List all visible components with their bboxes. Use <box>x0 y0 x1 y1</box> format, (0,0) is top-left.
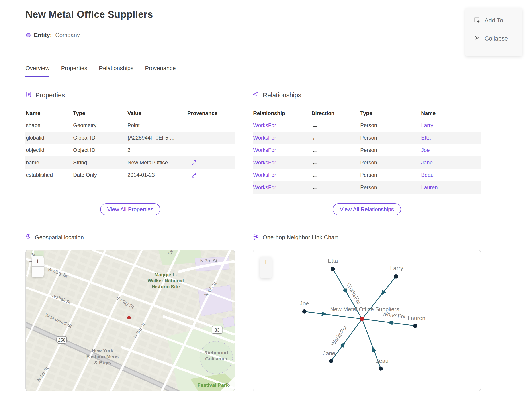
map-zoom-out-button[interactable]: − <box>32 267 44 277</box>
map-zoom-in-button[interactable]: + <box>32 256 44 266</box>
link-chart-canvas[interactable]: EttaWorksForLarryJoeLaurenWorksForJaneWo… <box>253 250 481 391</box>
collapse-icon <box>473 35 480 43</box>
provenance-flag-icon[interactable] <box>187 160 235 166</box>
geospatial-map[interactable]: k RdW Clay StSaarshall StW Marshall StE … <box>26 250 235 392</box>
relationship-type: Person <box>360 172 421 178</box>
svg-text:N 3rd St: N 3rd St <box>200 258 217 263</box>
svg-text:250: 250 <box>58 338 65 343</box>
relationship-link[interactable]: WorksFor <box>253 122 312 128</box>
actions-panel: Add To Collapse <box>466 8 522 56</box>
property-value: Point <box>127 122 187 128</box>
svg-text:WorksFor: WorksFor <box>346 282 363 305</box>
properties-icon <box>26 91 32 99</box>
entity-type-icon <box>26 33 31 37</box>
page-title: New Metal Office Suppliers <box>26 9 153 20</box>
relationship-type: Person <box>360 160 421 166</box>
add-to-button[interactable]: Add To <box>473 14 522 27</box>
property-type: Date Only <box>73 172 127 178</box>
chart-zoom-in-button[interactable]: + <box>260 256 272 267</box>
tab-overview[interactable]: Overview <box>26 65 49 77</box>
relationship-link[interactable]: WorksFor <box>253 160 312 166</box>
entity-type-value: Company <box>55 32 80 39</box>
svg-text:Larry: Larry <box>390 265 403 271</box>
link-chart-panel[interactable]: EttaWorksForLarryJoeLaurenWorksForJaneWo… <box>253 250 481 392</box>
relationship-type: Person <box>360 184 421 190</box>
relationship-row: WorksFor ← Person Joe <box>253 144 481 156</box>
properties-title: Properties <box>35 92 65 99</box>
relationship-row: WorksFor ← Person Jane <box>253 156 481 169</box>
link-chart-icon <box>253 233 259 241</box>
direction-arrow: ← <box>312 134 360 142</box>
direction-arrow: ← <box>312 121 360 129</box>
tab-relationships[interactable]: Relationships <box>99 65 133 77</box>
entity-link[interactable]: Joe <box>421 147 481 153</box>
relationship-row: WorksFor ← Person Beau <box>253 169 481 181</box>
collapse-label: Collapse <box>485 35 508 42</box>
view-all-relationships-button[interactable]: View All Relationships <box>333 203 401 215</box>
relationship-link[interactable]: WorksFor <box>253 184 312 190</box>
tab-properties[interactable]: Properties <box>61 65 87 77</box>
property-type: Geometry <box>73 122 127 128</box>
chart-zoom-control: + − <box>260 256 272 278</box>
property-value: 2014-01-23 <box>127 172 187 178</box>
entity-link[interactable]: Beau <box>421 172 481 178</box>
svg-text:Fashion Mens: Fashion Mens <box>86 354 119 359</box>
property-name: name <box>26 160 73 166</box>
property-type: Global ID <box>73 135 127 141</box>
entity-details-page: New Metal Office Suppliers Entity: Compa… <box>0 0 532 405</box>
column-header: Value <box>127 110 187 116</box>
relationships-icon <box>253 91 259 99</box>
properties-table-header: Name Type Value Provenance <box>26 108 235 119</box>
relationship-row: WorksFor ← Person Larry <box>253 119 481 132</box>
entity-link[interactable]: Larry <box>421 122 481 128</box>
entity-type-row: Entity: Company <box>26 32 80 39</box>
property-row: established Date Only 2014-01-23 <box>26 169 235 181</box>
svg-text:Joe: Joe <box>300 300 309 307</box>
add-to-label: Add To <box>485 17 503 24</box>
relationship-row: WorksFor ← Person Etta <box>253 132 481 144</box>
property-name: globalid <box>26 135 73 141</box>
provenance-flag-icon[interactable] <box>187 172 235 178</box>
relationships-title: Relationships <box>263 92 301 99</box>
view-all-properties-button[interactable]: View All Properties <box>100 203 160 215</box>
property-name: objectid <box>26 147 73 153</box>
svg-text:WorksFor: WorksFor <box>329 324 348 347</box>
property-value: 2 <box>127 147 187 153</box>
property-row: globalid Global ID {A228944F-0EF5-... <box>26 132 235 144</box>
collapse-button[interactable]: Collapse <box>473 32 522 45</box>
property-value: {A228944F-0EF5-... <box>127 135 187 141</box>
svg-text:Richmond: Richmond <box>204 350 228 356</box>
entity-link[interactable]: Jane <box>421 160 481 166</box>
relationship-type: Person <box>360 135 421 141</box>
direction-arrow: ← <box>312 146 360 154</box>
property-name: shape <box>26 122 73 128</box>
relationships-section-header: Relationships <box>253 90 481 100</box>
column-header: Name <box>26 110 73 116</box>
column-header: Provenance <box>187 110 235 116</box>
column-header: Relationship <box>253 110 312 116</box>
relationship-link[interactable]: WorksFor <box>253 147 312 153</box>
property-row: shape Geometry Point <box>26 119 235 132</box>
entity-link[interactable]: Etta <box>421 135 481 141</box>
properties-table: Name Type Value Provenance shape Geometr… <box>26 108 235 181</box>
column-header: Name <box>421 110 481 116</box>
relationships-table: Relationship Direction Type Name WorksFo… <box>253 108 481 194</box>
relationship-type: Person <box>360 147 421 153</box>
map-canvas[interactable]: k RdW Clay StSaarshall StW Marshall StE … <box>26 250 234 391</box>
property-row: name String New Metal Office ... <box>26 156 235 169</box>
relationship-row: WorksFor ← Person Lauren <box>253 181 481 194</box>
direction-arrow: ← <box>312 158 360 167</box>
svg-text:Lauren: Lauren <box>408 315 426 321</box>
svg-text:& Boys: & Boys <box>94 360 111 365</box>
svg-text:Walker National: Walker National <box>148 278 184 284</box>
chart-zoom-out-button[interactable]: − <box>260 268 272 278</box>
relationship-link[interactable]: WorksFor <box>253 135 312 141</box>
svg-text:Historic Site: Historic Site <box>151 284 180 290</box>
relationship-link[interactable]: WorksFor <box>253 172 312 178</box>
tab-provenance[interactable]: Provenance <box>145 65 176 77</box>
relationship-type: Person <box>360 122 421 128</box>
property-value: New Metal Office ... <box>127 160 187 166</box>
entity-link[interactable]: Lauren <box>421 184 481 190</box>
svg-text:New Metal Office Suppliers: New Metal Office Suppliers <box>330 306 399 312</box>
direction-arrow: ← <box>312 171 360 179</box>
